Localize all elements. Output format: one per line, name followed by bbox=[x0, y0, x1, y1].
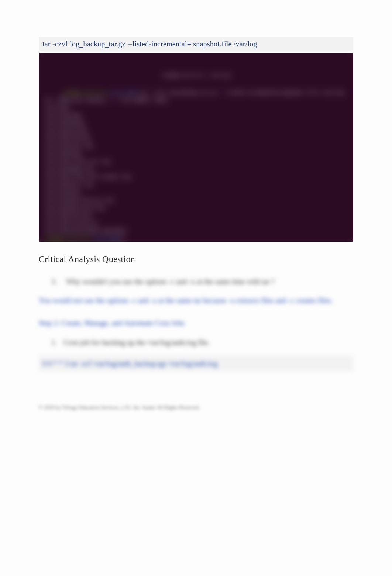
code-text-2: 0 6 * * 3 tar -zcf /var/log/auth_backup.… bbox=[42, 359, 217, 368]
terminal-prompt-end: root@ip-10-0-0-5 bbox=[44, 235, 90, 241]
question-item-1: 3. Why wouldn't you use the options -c a… bbox=[51, 277, 353, 286]
step-heading: Step 2: Create, Manage, and Automate Cro… bbox=[39, 319, 353, 327]
terminal-output: tar: Removing leading `/' from member na… bbox=[44, 97, 168, 233]
question-number-2: 1. bbox=[51, 338, 57, 347]
terminal-cmd: tar -czvf log_backup_tar.gz --listed-inc… bbox=[139, 90, 344, 95]
question-number: 3. bbox=[51, 277, 59, 286]
document-page: tar -czvf log_backup_tar.gz --listed-inc… bbox=[0, 0, 392, 576]
code-text-1: tar -czvf log_backup_tar.gz --listed-inc… bbox=[42, 40, 257, 48]
section-heading: Critical Analysis Question bbox=[39, 254, 353, 264]
terminal-prompt: root@ip-10-0-0-5 bbox=[61, 90, 107, 95]
terminal-content: root@ip-10-0-0-5: /var/log root@ip-10-0-… bbox=[39, 53, 353, 242]
question-text-2: Cron job for backing up the /var/log/aut… bbox=[63, 338, 210, 347]
terminal-cursor: ▮ bbox=[122, 235, 125, 241]
code-block-2: 0 6 * * 3 tar -zcf /var/log/auth_backup.… bbox=[39, 356, 353, 372]
terminal-path: :/var/log# bbox=[107, 90, 139, 95]
question-text: Why wouldn't you use the options -c and … bbox=[66, 277, 275, 286]
terminal-path-end: :/var/log# bbox=[90, 235, 122, 241]
terminal-titlebar: root@ip-10-0-0-5: /var/log bbox=[44, 72, 348, 79]
terminal-screenshot: root@ip-10-0-0-5: /var/log root@ip-10-0-… bbox=[39, 53, 353, 242]
answer-text-1: You would not use the options -c and -x … bbox=[39, 296, 353, 306]
question-list-2: 1. Cron job for backing up the /var/log/… bbox=[51, 338, 353, 347]
copyright-footer: © 2020 by Trilogy Education Services, a … bbox=[39, 405, 353, 411]
question-item-2: 1. Cron job for backing up the /var/log/… bbox=[51, 338, 353, 347]
question-list-1: 3. Why wouldn't you use the options -c a… bbox=[51, 277, 353, 286]
code-block-1: tar -czvf log_backup_tar.gz --listed-inc… bbox=[39, 37, 353, 51]
